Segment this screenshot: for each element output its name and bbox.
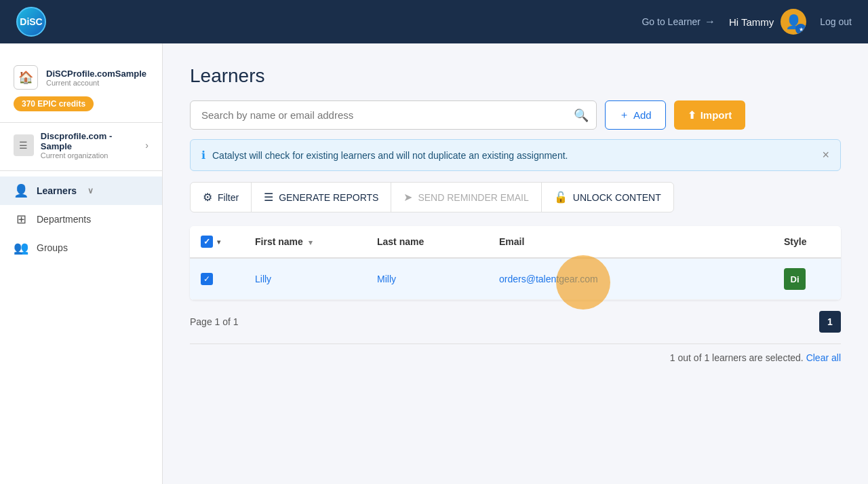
send-reminder-button[interactable]: ➤ SEND REMINDER EMAIL: [391, 183, 541, 212]
arrow-right-icon: →: [705, 16, 715, 28]
search-icon-button[interactable]: 🔍: [574, 108, 589, 123]
add-button[interactable]: ＋ Add: [605, 100, 666, 130]
col-email-header: Email: [488, 226, 773, 258]
user-greeting: Hi Tammy 👤 ★: [729, 9, 806, 35]
nav-right: Go to Learner → Hi Tammy 👤 ★ Log out: [642, 9, 852, 35]
sidebar-item-label-learners: Learners: [37, 185, 77, 196]
account-label: Current account: [46, 79, 146, 87]
clear-all-link[interactable]: Clear all: [806, 352, 841, 363]
epic-credits-badge: 370 EPIC credits: [14, 96, 94, 111]
sidebar-nav: 👤 Learners ∨ ⊞ Departments 👥 Groups: [0, 171, 162, 267]
top-navigation: DiSC Go to Learner → Hi Tammy 👤 ★ Log ou…: [0, 0, 868, 43]
first-name-link[interactable]: Lilly: [255, 274, 271, 284]
learners-icon: 👤: [14, 183, 28, 198]
select-dropdown-chevron[interactable]: ▾: [217, 238, 220, 246]
badge-overlay: ★: [795, 24, 806, 35]
page-1-button[interactable]: 1: [819, 311, 841, 333]
last-name-link[interactable]: Milly: [377, 274, 396, 284]
col-firstname-header: First name ▾: [244, 226, 366, 258]
info-banner-text: Catalyst will check for existing learner…: [212, 150, 568, 161]
sidebar: 🏠 DiSCProfile.comSample Current account …: [0, 43, 163, 484]
org-icon: ☰: [14, 134, 34, 156]
plus-icon: ＋: [619, 109, 629, 122]
row-checkbox[interactable]: ✓: [201, 273, 213, 285]
home-icon: 🏠: [14, 65, 38, 90]
groups-icon: 👥: [14, 240, 28, 255]
info-banner-left: ℹ Catalyst will check for existing learn…: [201, 149, 568, 162]
departments-icon: ⊞: [14, 212, 28, 227]
sort-icon[interactable]: ▾: [309, 238, 313, 246]
search-input-wrap: 🔍: [190, 100, 597, 130]
org-section[interactable]: ☰ Discprofile.com - Sample Current organ…: [0, 123, 162, 171]
search-bar: 🔍 ＋ Add ⬆ Import: [190, 100, 841, 130]
row-checkbox-cell: ✓: [190, 258, 244, 300]
main-content: Learners 🔍 ＋ Add ⬆ Import ℹ Catalyst wil…: [163, 43, 868, 484]
org-name: Discprofile.com - Sample: [41, 131, 139, 151]
close-banner-button[interactable]: ×: [822, 148, 829, 162]
col-style-header: Style: [773, 226, 841, 258]
logout-button[interactable]: Log out: [820, 16, 852, 27]
import-button[interactable]: ⬆ Import: [674, 100, 746, 130]
sidebar-item-label-departments: Departments: [37, 214, 91, 225]
unlock-content-button[interactable]: 🔓 UNLOCK CONTENT: [542, 183, 673, 212]
account-row: 🏠 DiSCProfile.comSample Current account: [14, 65, 149, 90]
learners-chevron-icon: ∨: [87, 186, 94, 196]
import-icon: ⬆: [688, 109, 696, 122]
page-info: Page 1 of 1: [190, 316, 239, 327]
col-lastname-header: Last name: [366, 226, 488, 258]
sidebar-item-label-groups: Groups: [37, 242, 68, 253]
org-label: Current organization: [41, 151, 139, 160]
account-info: DiSCProfile.comSample Current account: [46, 69, 146, 87]
sidebar-item-learners[interactable]: 👤 Learners ∨: [0, 176, 162, 205]
reminder-icon: ➤: [403, 191, 412, 204]
avatar[interactable]: 👤 ★: [781, 9, 806, 35]
selection-info: 1 out of 1 learners are selected. Clear …: [190, 343, 841, 371]
chevron-right-icon: ›: [145, 140, 149, 151]
table-body: ✓ Lilly Milly orders@talentgear.com Di: [190, 258, 841, 300]
reports-icon: ☰: [264, 191, 273, 204]
header-row: ✓ ▾ First name ▾ Last name Email Style: [190, 226, 841, 258]
org-row: ☰ Discprofile.com - Sample Current organ…: [14, 131, 149, 160]
row-firstname-cell: Lilly: [244, 258, 366, 300]
style-badge: Di: [784, 268, 806, 290]
nav-left: DiSC: [16, 7, 46, 37]
selection-count-text: 1 out of 1 learners are selected.: [670, 352, 804, 363]
unlock-icon: 🔓: [554, 191, 568, 204]
row-lastname-cell: Milly: [366, 258, 488, 300]
account-name: DiSCProfile.comSample: [46, 69, 146, 79]
generate-reports-button[interactable]: ☰ GENERATE REPORTS: [252, 183, 391, 212]
info-icon: ℹ: [201, 149, 205, 162]
info-banner: ℹ Catalyst will check for existing learn…: [190, 139, 841, 171]
select-all-checkbox[interactable]: ✓: [201, 236, 213, 248]
table-row: ✓ Lilly Milly orders@talentgear.com Di: [190, 258, 841, 300]
toolbar: ⚙ Filter ☰ GENERATE REPORTS ➤ SEND REMIN…: [190, 182, 674, 212]
sidebar-item-departments[interactable]: ⊞ Departments: [0, 205, 162, 234]
col-select: ✓ ▾: [190, 226, 244, 258]
page-title: Learners: [190, 65, 841, 87]
pagination-row: Page 1 of 1 1: [190, 300, 841, 343]
account-section: 🏠 DiSCProfile.comSample Current account …: [0, 57, 162, 123]
email-link[interactable]: orders@talentgear.com: [499, 274, 598, 284]
org-info: Discprofile.com - Sample Current organiz…: [41, 131, 139, 160]
filter-button[interactable]: ⚙ Filter: [191, 183, 252, 212]
search-input[interactable]: [190, 100, 597, 130]
filter-icon: ⚙: [203, 191, 212, 204]
learners-table: ✓ ▾ First name ▾ Last name Email Style: [190, 226, 841, 300]
disc-logo: DiSC: [16, 7, 46, 37]
sidebar-item-groups[interactable]: 👥 Groups: [0, 234, 162, 262]
row-email-cell: orders@talentgear.com: [488, 258, 773, 300]
app-layout: 🏠 DiSCProfile.comSample Current account …: [0, 43, 868, 484]
table-header: ✓ ▾ First name ▾ Last name Email Style: [190, 226, 841, 258]
row-style-cell: Di: [773, 258, 841, 300]
go-to-learner-link[interactable]: Go to Learner →: [642, 16, 715, 28]
